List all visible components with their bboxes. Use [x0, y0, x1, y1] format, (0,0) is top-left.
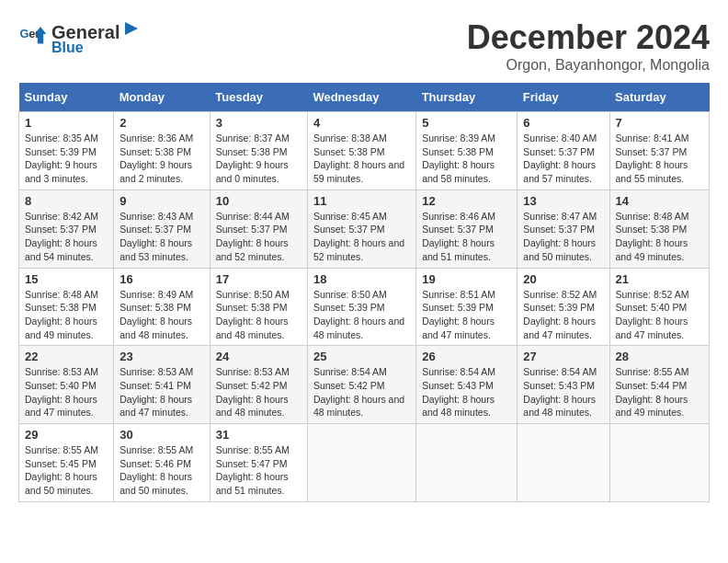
calendar-cell: 1Sunrise: 8:35 AMSunset: 5:39 PMDaylight…: [19, 112, 114, 190]
day-number: 3: [216, 116, 301, 130]
calendar-cell: 7Sunrise: 8:41 AMSunset: 5:37 PMDaylight…: [609, 112, 710, 190]
calendar-cell: 10Sunrise: 8:44 AMSunset: 5:37 PMDayligh…: [210, 190, 307, 268]
day-number: 5: [422, 116, 511, 130]
day-info: Sunrise: 8:49 AMSunset: 5:38 PMDaylight:…: [119, 288, 204, 342]
header: G en General Blue December 2024 Orgon, B…: [18, 18, 710, 74]
weekday-header-friday: Friday: [518, 83, 609, 112]
day-info: Sunrise: 8:52 AMSunset: 5:40 PMDaylight:…: [616, 288, 704, 342]
day-number: 28: [616, 350, 704, 363]
day-number: 15: [25, 272, 108, 286]
day-info: Sunrise: 8:44 AMSunset: 5:37 PMDaylight:…: [216, 210, 301, 264]
day-number: 25: [313, 350, 410, 363]
calendar-cell: 21Sunrise: 8:52 AMSunset: 5:40 PMDayligh…: [609, 268, 710, 346]
week-row-3: 15Sunrise: 8:48 AMSunset: 5:38 PMDayligh…: [19, 268, 710, 346]
calendar-cell: 22Sunrise: 8:53 AMSunset: 5:40 PMDayligh…: [19, 346, 114, 424]
day-info: Sunrise: 8:35 AMSunset: 5:39 PMDaylight:…: [25, 132, 108, 186]
logo-icon: G en: [18, 23, 48, 52]
day-number: 24: [216, 350, 301, 363]
day-info: Sunrise: 8:43 AMSunset: 5:37 PMDaylight:…: [119, 210, 204, 264]
day-number: 11: [313, 194, 410, 208]
week-row-5: 29Sunrise: 8:55 AMSunset: 5:45 PMDayligh…: [19, 424, 710, 502]
calendar-cell: 23Sunrise: 8:53 AMSunset: 5:41 PMDayligh…: [114, 346, 210, 424]
day-number: 6: [523, 116, 603, 130]
day-info: Sunrise: 8:53 AMSunset: 5:41 PMDaylight:…: [119, 365, 204, 419]
day-info: Sunrise: 8:52 AMSunset: 5:39 PMDaylight:…: [523, 288, 603, 342]
day-number: 4: [313, 116, 410, 130]
day-number: 9: [119, 194, 204, 208]
day-number: 31: [216, 428, 301, 442]
day-info: Sunrise: 8:55 AMSunset: 5:45 PMDaylight:…: [25, 443, 108, 498]
day-number: 29: [25, 428, 108, 442]
day-info: Sunrise: 8:42 AMSunset: 5:37 PMDaylight:…: [25, 210, 108, 264]
day-number: 22: [25, 350, 108, 363]
day-number: 20: [523, 272, 603, 286]
day-info: Sunrise: 8:46 AMSunset: 5:37 PMDaylight:…: [422, 210, 511, 264]
day-info: Sunrise: 8:37 AMSunset: 5:38 PMDaylight:…: [216, 132, 301, 186]
day-number: 19: [422, 272, 511, 286]
day-info: Sunrise: 8:39 AMSunset: 5:38 PMDaylight:…: [422, 132, 511, 186]
calendar-cell: 27Sunrise: 8:54 AMSunset: 5:43 PMDayligh…: [518, 346, 609, 424]
day-info: Sunrise: 8:54 AMSunset: 5:42 PMDaylight:…: [313, 365, 410, 419]
calendar-cell: [307, 424, 415, 502]
title-area: December 2024 Orgon, Bayanhongor, Mongol…: [467, 18, 710, 74]
calendar-cell: [416, 424, 518, 502]
weekday-header-saturday: Saturday: [609, 83, 710, 112]
day-info: Sunrise: 8:53 AMSunset: 5:40 PMDaylight:…: [25, 365, 108, 419]
day-number: 7: [616, 116, 704, 130]
logo-arrow-icon: [121, 18, 142, 39]
calendar-cell: 28Sunrise: 8:55 AMSunset: 5:44 PMDayligh…: [609, 346, 710, 424]
calendar-cell: 19Sunrise: 8:51 AMSunset: 5:39 PMDayligh…: [416, 268, 518, 346]
week-row-4: 22Sunrise: 8:53 AMSunset: 5:40 PMDayligh…: [19, 346, 710, 424]
calendar-table: SundayMondayTuesdayWednesdayThursdayFrid…: [18, 83, 710, 502]
svg-text:G: G: [20, 27, 29, 40]
calendar-cell: 26Sunrise: 8:54 AMSunset: 5:43 PMDayligh…: [416, 346, 518, 424]
day-number: 17: [216, 272, 301, 286]
day-info: Sunrise: 8:48 AMSunset: 5:38 PMDaylight:…: [25, 288, 108, 342]
calendar-cell: [609, 424, 710, 502]
calendar-cell: 11Sunrise: 8:45 AMSunset: 5:37 PMDayligh…: [307, 190, 415, 268]
day-number: 1: [25, 116, 108, 130]
calendar-cell: 15Sunrise: 8:48 AMSunset: 5:38 PMDayligh…: [19, 268, 114, 346]
month-title: December 2024: [467, 18, 710, 57]
day-info: Sunrise: 8:50 AMSunset: 5:38 PMDaylight:…: [216, 288, 301, 342]
weekday-header-tuesday: Tuesday: [210, 83, 307, 112]
calendar-cell: 3Sunrise: 8:37 AMSunset: 5:38 PMDaylight…: [210, 112, 307, 190]
day-info: Sunrise: 8:47 AMSunset: 5:37 PMDaylight:…: [523, 210, 603, 264]
day-info: Sunrise: 8:36 AMSunset: 5:38 PMDaylight:…: [119, 132, 204, 186]
calendar-cell: 5Sunrise: 8:39 AMSunset: 5:38 PMDaylight…: [416, 112, 518, 190]
day-info: Sunrise: 8:55 AMSunset: 5:47 PMDaylight:…: [216, 443, 301, 498]
day-info: Sunrise: 8:54 AMSunset: 5:43 PMDaylight:…: [422, 365, 511, 419]
week-row-2: 8Sunrise: 8:42 AMSunset: 5:37 PMDaylight…: [19, 190, 710, 268]
calendar-cell: 13Sunrise: 8:47 AMSunset: 5:37 PMDayligh…: [518, 190, 609, 268]
location: Orgon, Bayanhongor, Mongolia: [467, 57, 710, 74]
day-info: Sunrise: 8:41 AMSunset: 5:37 PMDaylight:…: [616, 132, 704, 186]
day-info: Sunrise: 8:38 AMSunset: 5:38 PMDaylight:…: [313, 132, 410, 186]
calendar-cell: 8Sunrise: 8:42 AMSunset: 5:37 PMDaylight…: [19, 190, 114, 268]
day-number: 26: [422, 350, 511, 363]
day-number: 2: [119, 116, 204, 130]
calendar-cell: 29Sunrise: 8:55 AMSunset: 5:45 PMDayligh…: [19, 424, 114, 502]
calendar-cell: 2Sunrise: 8:36 AMSunset: 5:38 PMDaylight…: [114, 112, 210, 190]
day-info: Sunrise: 8:48 AMSunset: 5:38 PMDaylight:…: [616, 210, 704, 264]
calendar-cell: 18Sunrise: 8:50 AMSunset: 5:39 PMDayligh…: [307, 268, 415, 346]
day-number: 27: [523, 350, 603, 363]
calendar-cell: 4Sunrise: 8:38 AMSunset: 5:38 PMDaylight…: [307, 112, 415, 190]
calendar-cell: 14Sunrise: 8:48 AMSunset: 5:38 PMDayligh…: [609, 190, 710, 268]
day-number: 30: [119, 428, 204, 442]
day-info: Sunrise: 8:55 AMSunset: 5:44 PMDaylight:…: [616, 365, 704, 419]
day-number: 16: [119, 272, 204, 286]
calendar-cell: 16Sunrise: 8:49 AMSunset: 5:38 PMDayligh…: [114, 268, 210, 346]
weekday-header-row: SundayMondayTuesdayWednesdayThursdayFrid…: [19, 83, 710, 112]
day-info: Sunrise: 8:51 AMSunset: 5:39 PMDaylight:…: [422, 288, 511, 342]
calendar-cell: 12Sunrise: 8:46 AMSunset: 5:37 PMDayligh…: [416, 190, 518, 268]
day-info: Sunrise: 8:50 AMSunset: 5:39 PMDaylight:…: [313, 288, 410, 342]
weekday-header-monday: Monday: [114, 83, 210, 112]
logo: G en General Blue: [18, 18, 142, 56]
calendar-cell: 20Sunrise: 8:52 AMSunset: 5:39 PMDayligh…: [518, 268, 609, 346]
day-number: 14: [616, 194, 704, 208]
day-number: 13: [523, 194, 603, 208]
svg-marker-3: [125, 22, 138, 35]
day-info: Sunrise: 8:55 AMSunset: 5:46 PMDaylight:…: [119, 443, 204, 498]
calendar-cell: 30Sunrise: 8:55 AMSunset: 5:46 PMDayligh…: [114, 424, 210, 502]
day-info: Sunrise: 8:54 AMSunset: 5:43 PMDaylight:…: [523, 365, 603, 419]
